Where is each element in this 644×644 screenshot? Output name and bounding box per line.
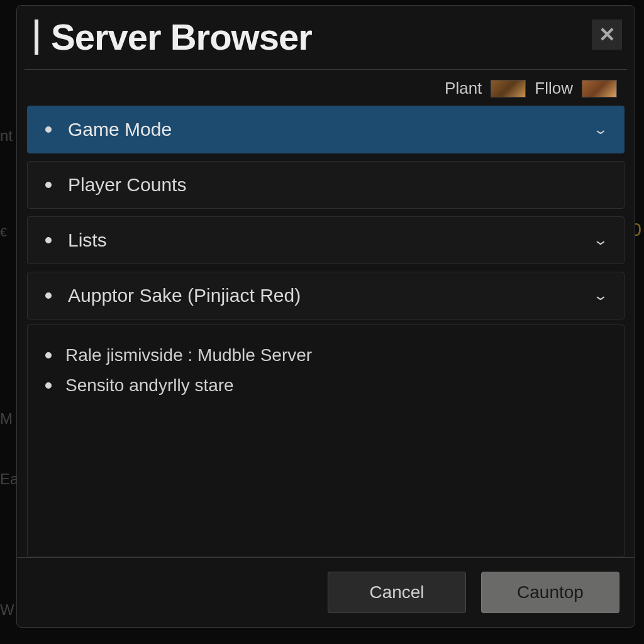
close-icon: ✕ bbox=[599, 23, 616, 47]
cancel-button[interactable]: Cancel bbox=[328, 572, 466, 613]
dialog-footer: Cancel Cauntop bbox=[17, 557, 635, 627]
filter-list: Game Mode ⌄ Player Counts Lists ⌄ Auppto… bbox=[17, 106, 635, 319]
filter-label: Game Mode bbox=[68, 119, 595, 140]
bullet-icon bbox=[45, 126, 52, 133]
list-item[interactable]: Rale jismivside : Mudble Server bbox=[45, 340, 606, 370]
bullet-icon bbox=[45, 292, 52, 299]
fllow-thumbnail[interactable] bbox=[582, 80, 617, 97]
filter-label: Aupptor Sake (Pinjiact Red) bbox=[68, 285, 595, 306]
filter-aupptor-sake[interactable]: Aupptor Sake (Pinjiact Red) ⌄ bbox=[27, 272, 625, 319]
chevron-down-icon: ⌄ bbox=[592, 121, 608, 138]
list-item[interactable]: Sensito andyrlly stare bbox=[45, 370, 606, 401]
filter-label: Lists bbox=[68, 230, 595, 251]
bullet-icon bbox=[45, 237, 52, 243]
cancel-button-label: Cancel bbox=[369, 582, 424, 602]
close-button[interactable]: ✕ bbox=[592, 19, 622, 50]
cauntop-button[interactable]: Cauntop bbox=[481, 572, 619, 613]
map-selector-row: Plant Fllow bbox=[17, 70, 635, 106]
bullet-icon bbox=[45, 182, 52, 188]
bullet-icon bbox=[45, 352, 52, 358]
filter-lists[interactable]: Lists ⌄ bbox=[27, 216, 625, 264]
filter-label: Player Counts bbox=[68, 174, 606, 196]
title-accent-bar bbox=[35, 19, 38, 55]
chevron-down-icon: ⌄ bbox=[592, 232, 608, 248]
bullet-icon bbox=[45, 382, 52, 389]
dialog-header: Server Browser ✕ bbox=[17, 6, 635, 64]
dialog-title: Server Browser bbox=[51, 16, 592, 58]
server-name: Rale jismivside : Mudble Server bbox=[65, 345, 312, 365]
filter-player-counts[interactable]: Player Counts bbox=[27, 161, 625, 209]
server-name: Sensito andyrlly stare bbox=[65, 375, 234, 396]
cauntop-button-label: Cauntop bbox=[517, 582, 584, 602]
plant-thumbnail[interactable] bbox=[491, 80, 526, 97]
filter-game-mode[interactable]: Game Mode ⌄ bbox=[27, 106, 625, 153]
server-browser-dialog: Server Browser ✕ Plant Fllow Game Mode ⌄… bbox=[16, 5, 635, 628]
fllow-label: Fllow bbox=[535, 79, 573, 98]
chevron-down-icon: ⌄ bbox=[592, 287, 608, 304]
server-results: Rale jismivside : Mudble Server Sensito … bbox=[27, 325, 625, 557]
plant-label: Plant bbox=[445, 79, 482, 98]
